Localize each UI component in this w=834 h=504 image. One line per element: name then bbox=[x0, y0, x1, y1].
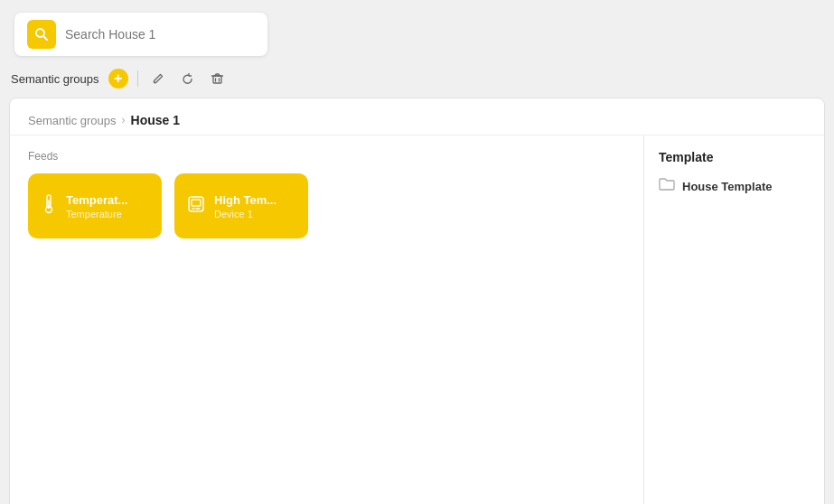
toolbar-divider bbox=[137, 70, 138, 87]
search-icon bbox=[34, 27, 49, 42]
template-name: House Template bbox=[682, 180, 772, 193]
add-group-button[interactable]: + bbox=[108, 69, 128, 89]
search-box bbox=[14, 13, 267, 56]
svg-rect-10 bbox=[192, 200, 201, 206]
breadcrumb: Semantic groups › House 1 bbox=[10, 98, 824, 135]
edit-icon bbox=[151, 72, 164, 86]
breadcrumb-current: House 1 bbox=[131, 113, 180, 127]
feed-card-text-2: High Tem... Device 1 bbox=[214, 193, 276, 219]
template-header: Template bbox=[659, 150, 810, 164]
breadcrumb-chevron: › bbox=[122, 114, 126, 126]
search-input[interactable] bbox=[65, 27, 255, 42]
top-bar bbox=[0, 0, 834, 69]
feed-card-text-1: Temperat... Temperature bbox=[66, 193, 127, 219]
svg-line-1 bbox=[43, 36, 47, 40]
edit-button[interactable] bbox=[147, 70, 168, 88]
feeds-panel: Feeds Temperat... Temperature bbox=[10, 135, 643, 504]
feeds-label: Feeds bbox=[28, 150, 625, 163]
refresh-icon bbox=[181, 72, 194, 86]
svg-rect-2 bbox=[213, 76, 221, 83]
thermometer-icon bbox=[41, 193, 57, 219]
template-item[interactable]: House Template bbox=[659, 177, 810, 195]
feeds-grid: Temperat... Temperature bbox=[28, 173, 625, 238]
breadcrumb-parent[interactable]: Semantic groups bbox=[28, 114, 117, 127]
delete-button[interactable] bbox=[207, 70, 228, 88]
main-content: Semantic groups › House 1 Feeds bbox=[9, 98, 825, 504]
feed-card-subtitle-1: Temperature bbox=[66, 209, 127, 219]
content-area: Feeds Temperat... Temperature bbox=[10, 135, 824, 504]
refresh-button[interactable] bbox=[177, 70, 198, 88]
device-icon bbox=[187, 195, 205, 218]
folder-icon bbox=[659, 177, 675, 195]
delete-icon bbox=[211, 72, 224, 86]
feed-card-device[interactable]: High Tem... Device 1 bbox=[174, 173, 308, 238]
feed-card-temperature[interactable]: Temperat... Temperature bbox=[28, 173, 162, 238]
toolbar: Semantic groups + bbox=[0, 69, 834, 98]
feed-card-title-2: High Tem... bbox=[214, 193, 276, 207]
feed-card-title-1: Temperat... bbox=[66, 193, 127, 207]
search-icon-wrap bbox=[27, 20, 56, 49]
semantic-groups-label: Semantic groups bbox=[11, 72, 99, 86]
feed-card-subtitle-2: Device 1 bbox=[214, 209, 276, 219]
template-panel: Template House Template bbox=[643, 135, 824, 504]
